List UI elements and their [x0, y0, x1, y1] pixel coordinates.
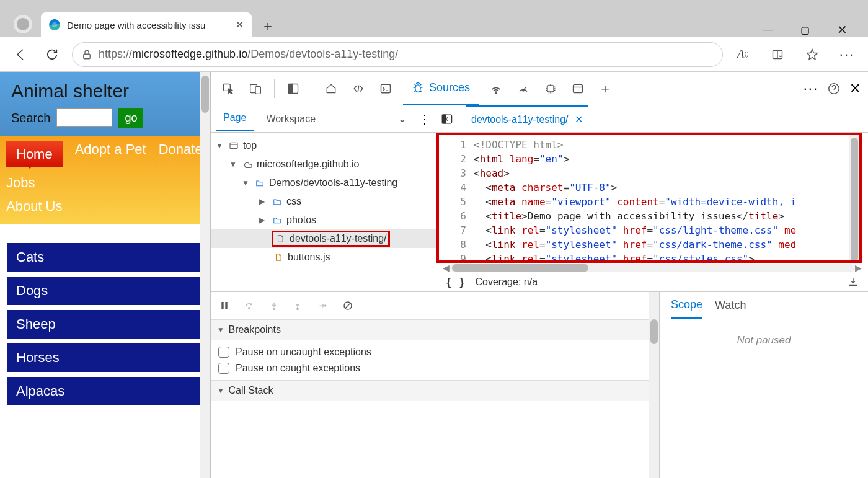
console-icon[interactable] — [373, 76, 398, 101]
svg-rect-8 — [289, 84, 293, 93]
network-icon[interactable] — [484, 76, 508, 101]
step-into-icon[interactable] — [269, 300, 279, 311]
nav-home[interactable]: Home — [6, 141, 63, 167]
callstack-section[interactable]: ▼ Call Stack — [211, 380, 659, 401]
elements-icon[interactable] — [346, 76, 371, 101]
device-icon[interactable] — [243, 76, 268, 101]
workspace-tab[interactable]: Workspace⌄ — [259, 107, 414, 131]
devtools-toolbar: Sources ＋ ··· ✕ — [211, 72, 868, 105]
pause-icon[interactable] — [219, 300, 229, 311]
bug-icon — [412, 81, 424, 94]
svg-point-24 — [325, 304, 326, 306]
svg-point-22 — [273, 308, 275, 310]
line-gutter: 123456789101112 — [439, 135, 474, 260]
devtools-more-icon[interactable]: ··· — [804, 81, 818, 97]
new-tab-button[interactable]: ＋ — [257, 15, 279, 37]
browser-tabstrip: Demo page with accessibility issu ✕ ＋ — … — [0, 11, 868, 37]
page-scrollbar[interactable] — [200, 72, 210, 478]
list-item[interactable]: Horses — [7, 343, 202, 372]
search-label: Search — [11, 111, 50, 125]
tab-title: Demo page with accessibility issu — [67, 20, 229, 30]
pretty-print-icon[interactable]: { } — [445, 276, 466, 289]
open-file-tab[interactable]: devtools-a11y-testing/✕ — [466, 105, 588, 133]
svg-point-1 — [52, 22, 57, 27]
close-window-button[interactable]: ✕ — [836, 22, 848, 37]
devtools-panel: Sources ＋ ··· ✕ Page Workspace⌄ ⋮ ▼ — [210, 72, 868, 478]
go-button[interactable]: go — [118, 108, 143, 128]
page-tab[interactable]: Page — [216, 106, 254, 131]
svg-point-12 — [523, 89, 524, 91]
svg-rect-20 — [225, 302, 227, 309]
svg-rect-9 — [381, 84, 391, 92]
tree-origin[interactable]: ▼microsoftedge.github.io — [211, 155, 436, 174]
favorite-button[interactable] — [801, 43, 823, 66]
list-item[interactable]: Alpacas — [7, 377, 202, 405]
performance-icon[interactable] — [511, 76, 536, 101]
nav-jobs[interactable]: Jobs — [6, 175, 35, 191]
address-bar[interactable]: https://microsoftedge.github.io/Demos/de… — [72, 42, 723, 67]
tree-folder[interactable]: ▼Demos/devtools-a11y-testing — [211, 174, 436, 192]
svg-point-21 — [249, 307, 250, 309]
maximize-button[interactable]: ▢ — [799, 24, 811, 36]
watch-tab[interactable]: Watch — [715, 299, 746, 312]
close-file-icon[interactable]: ✕ — [575, 113, 583, 125]
help-icon[interactable] — [827, 82, 841, 95]
svg-rect-2 — [84, 54, 91, 59]
file-tree: ▼top ▼microsoftedge.github.io ▼Demos/dev… — [211, 133, 436, 270]
list-item[interactable]: Sheep — [7, 310, 202, 339]
svg-rect-13 — [547, 86, 554, 92]
page-viewport: Animal shelter Search go Home Adopt a Pe… — [0, 72, 210, 478]
toggle-nav-icon[interactable] — [440, 113, 454, 125]
debugger-vscroll[interactable] — [649, 292, 659, 478]
step-icon[interactable] — [316, 301, 329, 310]
step-out-icon[interactable] — [293, 300, 303, 311]
browser-tab[interactable]: Demo page with accessibility issu ✕ — [41, 12, 252, 37]
minimize-button[interactable]: — — [761, 24, 774, 35]
dock-icon[interactable] — [281, 76, 306, 101]
navigator-pane: Page Workspace⌄ ⋮ ▼top ▼microsoftedge.gi… — [211, 105, 436, 291]
sources-tab[interactable]: Sources — [403, 72, 479, 105]
code-hscroll[interactable]: ◀▶ — [436, 263, 868, 273]
svg-point-23 — [297, 308, 299, 310]
tree-top[interactable]: ▼top — [211, 136, 436, 155]
svg-rect-16 — [230, 143, 237, 148]
application-icon[interactable] — [565, 76, 590, 101]
devtools-close-icon[interactable]: ✕ — [849, 81, 861, 97]
list-item[interactable]: Dogs — [7, 277, 202, 305]
navigator-more-icon[interactable]: ⋮ — [418, 112, 431, 126]
download-icon[interactable] — [847, 277, 859, 288]
tree-html-file[interactable]: devtools-a11y-testing/ — [211, 229, 436, 248]
code-vscroll[interactable] — [849, 135, 859, 260]
code-editor[interactable]: 123456789101112 <!DOCTYPE html> <html la… — [436, 133, 862, 263]
list-item[interactable]: Cats — [7, 243, 202, 272]
nav-adopt[interactable]: Adopt a Pet — [75, 141, 146, 167]
more-button[interactable]: ··· — [836, 43, 858, 66]
tree-photos[interactable]: ▶photos — [211, 211, 436, 229]
pause-uncaught-checkbox[interactable]: Pause on uncaught exceptions — [218, 344, 652, 360]
page-title: Animal shelter — [11, 81, 198, 102]
close-tab-icon[interactable]: ✕ — [235, 18, 244, 32]
svg-rect-18 — [443, 115, 446, 123]
deactivate-bp-icon[interactable] — [342, 300, 353, 311]
tree-js-file[interactable]: buttons.js — [211, 248, 436, 267]
memory-icon[interactable] — [538, 76, 563, 101]
nav-donate[interactable]: Donate — [159, 141, 203, 167]
add-tab-icon[interactable]: ＋ — [593, 76, 618, 101]
refresh-button[interactable] — [41, 43, 63, 66]
step-over-icon[interactable] — [243, 301, 255, 311]
welcome-icon[interactable] — [319, 76, 343, 101]
inspect-icon[interactable] — [216, 76, 241, 101]
back-button[interactable] — [10, 43, 32, 66]
url-text: https://microsoftedge.github.io/Demos/de… — [99, 48, 398, 61]
pause-caught-checkbox[interactable]: Pause on caught exceptions — [218, 360, 652, 376]
profile-avatar[interactable] — [14, 15, 32, 33]
reader-button[interactable] — [766, 43, 789, 66]
search-input[interactable] — [56, 108, 112, 127]
not-paused-label: Not paused — [660, 319, 868, 347]
tree-css[interactable]: ▶css — [211, 192, 436, 211]
svg-rect-14 — [574, 84, 583, 92]
breakpoints-section[interactable]: ▼ Breakpoints — [211, 319, 659, 340]
scope-tab[interactable]: Scope — [671, 292, 702, 319]
read-aloud-button[interactable]: A)) — [732, 43, 754, 66]
nav-about[interactable]: About Us — [6, 198, 203, 215]
